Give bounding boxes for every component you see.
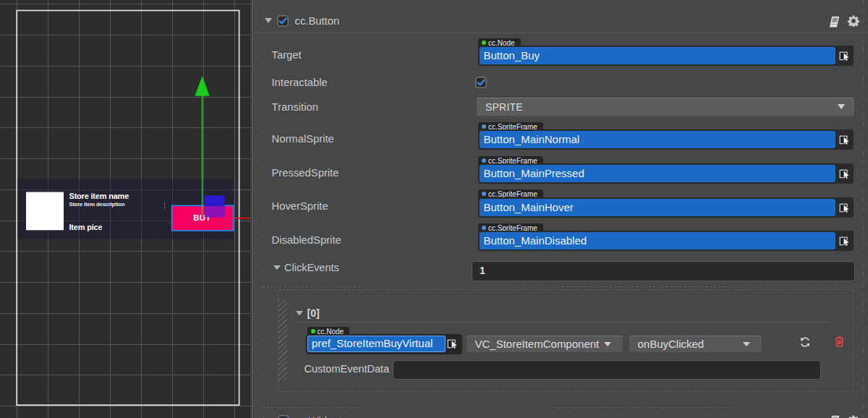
svg-text:Store item name: Store item name <box>69 192 129 200</box>
svg-text:Store item description: Store item description <box>69 201 125 208</box>
svg-text:Item pice: Item pice <box>69 223 103 231</box>
